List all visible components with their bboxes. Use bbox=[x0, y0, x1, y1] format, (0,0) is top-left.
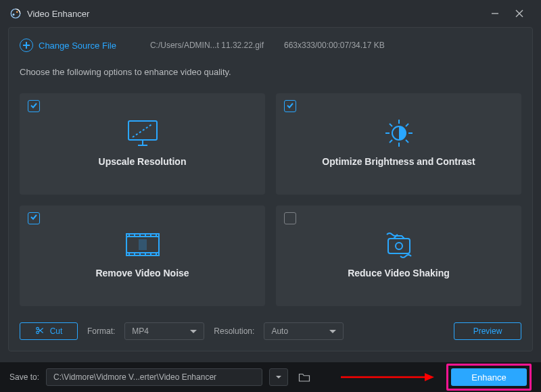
save-path-dropdown[interactable] bbox=[269, 368, 288, 386]
check-icon bbox=[30, 101, 38, 112]
preview-label: Preview bbox=[473, 326, 502, 336]
chevron-down-icon bbox=[276, 376, 281, 378]
card-label: Remove Video Noise bbox=[95, 268, 189, 278]
brightness-icon bbox=[381, 118, 417, 148]
card-upscale-resolution[interactable]: Upscale Resolution bbox=[20, 93, 265, 195]
card-label: Reduce Video Shaking bbox=[348, 268, 450, 278]
source-info: 663x333/00:00:07/34.17 KB bbox=[284, 41, 385, 50]
check-icon bbox=[286, 101, 294, 112]
card-remove-noise[interactable]: Remove Video Noise bbox=[20, 205, 265, 307]
check-icon bbox=[30, 213, 38, 223]
save-path-value: C:\Vidmore\Vidmore V...erter\Video Enhan… bbox=[53, 372, 216, 382]
svg-line-15 bbox=[390, 124, 392, 126]
resolution-value: Auto bbox=[271, 326, 288, 336]
svg-rect-35 bbox=[388, 239, 410, 253]
window-close-button[interactable] bbox=[507, 0, 532, 27]
svg-line-17 bbox=[406, 124, 408, 126]
svg-point-36 bbox=[396, 243, 402, 249]
enhance-button[interactable]: Enhance bbox=[451, 368, 527, 386]
cut-label: Cut bbox=[50, 326, 63, 336]
svg-marker-42 bbox=[425, 373, 434, 381]
checkbox-noise[interactable] bbox=[28, 212, 40, 224]
svg-line-16 bbox=[406, 140, 408, 143]
cut-button[interactable]: Cut bbox=[20, 322, 78, 340]
enhance-label: Enhance bbox=[471, 372, 506, 383]
svg-rect-21 bbox=[126, 253, 159, 255]
app-title: Video Enhancer bbox=[27, 9, 483, 19]
titlebar: Video Enhancer bbox=[0, 0, 541, 27]
svg-line-7 bbox=[133, 124, 153, 137]
app-icon bbox=[9, 7, 22, 20]
save-strip: Save to: C:\Vidmore\Vidmore V...erter\Vi… bbox=[0, 362, 541, 392]
option-cards: Upscale Resolution bbox=[20, 93, 521, 306]
window-minimize-button[interactable] bbox=[483, 0, 507, 27]
checkbox-upscale[interactable] bbox=[28, 100, 40, 112]
change-source-label: Change Source File bbox=[39, 41, 116, 51]
preview-button[interactable]: Preview bbox=[454, 322, 521, 340]
format-select[interactable]: MP4 bbox=[124, 322, 204, 340]
scissors-icon bbox=[35, 326, 45, 337]
resolution-select[interactable]: Auto bbox=[264, 322, 344, 340]
controls-row: Cut Format: MP4 Resolution: Auto Preview bbox=[20, 322, 521, 340]
plus-icon bbox=[20, 39, 33, 52]
main-panel: Change Source File C:/Users/ADMIN...t 11… bbox=[8, 27, 533, 351]
format-value: MP4 bbox=[132, 326, 149, 336]
save-path-field[interactable]: C:\Vidmore\Vidmore V...erter\Video Enhan… bbox=[46, 368, 262, 386]
svg-line-18 bbox=[390, 140, 392, 143]
source-row: Change Source File C:/Users/ADMIN...t 11… bbox=[20, 39, 521, 52]
checkbox-shaking[interactable] bbox=[284, 212, 296, 224]
annotation-arrow bbox=[321, 370, 440, 384]
card-brightness-contrast[interactable]: Optimize Brightness and Contrast bbox=[276, 93, 521, 195]
source-path: C:/Users/ADMIN...t 11.32.22.gif bbox=[150, 41, 264, 50]
svg-rect-34 bbox=[139, 239, 147, 250]
annotation-highlight: Enhance bbox=[446, 364, 532, 391]
save-to-label: Save to: bbox=[9, 372, 39, 382]
folder-icon bbox=[298, 372, 310, 383]
card-reduce-shaking[interactable]: Reduce Video Shaking bbox=[276, 205, 521, 307]
instructions-text: Choose the following options to enhance … bbox=[20, 67, 521, 77]
change-source-button[interactable]: Change Source File bbox=[20, 39, 116, 52]
svg-point-2 bbox=[16, 11, 18, 13]
svg-point-1 bbox=[13, 14, 15, 16]
chevron-down-icon bbox=[190, 330, 197, 333]
card-label: Upscale Resolution bbox=[99, 156, 187, 167]
svg-rect-20 bbox=[126, 234, 159, 237]
monitor-icon bbox=[125, 118, 160, 148]
format-label: Format: bbox=[87, 326, 115, 336]
resolution-label: Resolution: bbox=[214, 326, 254, 336]
camera-shake-icon bbox=[381, 230, 417, 260]
open-folder-button[interactable] bbox=[295, 368, 314, 386]
card-label: Optimize Brightness and Contrast bbox=[322, 156, 475, 167]
video-noise-icon bbox=[125, 230, 160, 260]
checkbox-brightness[interactable] bbox=[284, 100, 296, 112]
chevron-down-icon bbox=[329, 330, 336, 333]
